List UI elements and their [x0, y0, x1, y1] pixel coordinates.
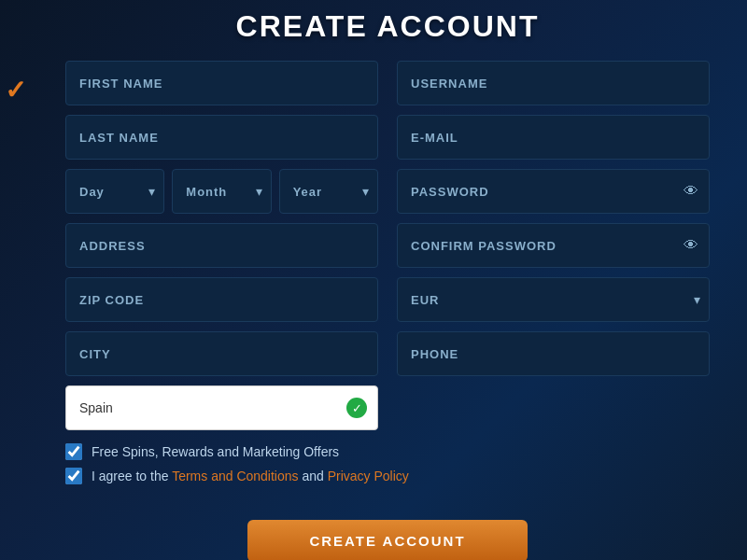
zip-code-field [65, 277, 378, 322]
email-field [397, 115, 710, 160]
password-input[interactable] [397, 169, 710, 214]
email-input[interactable] [397, 115, 710, 160]
terms-link[interactable]: Terms and Conditions [172, 469, 298, 483]
last-name-field [65, 115, 378, 160]
phone-field [397, 331, 710, 376]
marketing-checkbox[interactable] [65, 443, 82, 460]
dob-day-select[interactable]: Day 12345 678910 1112131415 1617181920 2… [65, 169, 164, 214]
dob-month-select[interactable]: Month JanuaryFebruaryMarch AprilMayJune … [172, 169, 271, 214]
address-field [65, 223, 378, 268]
country-check-icon: ✓ [346, 398, 367, 418]
currency-field: EUR USD GBP BTC [397, 277, 710, 322]
privacy-link[interactable]: Privacy Policy [328, 469, 409, 483]
terms-prefix-text: I agree to the [92, 469, 172, 483]
checkbox-section: Free Spins, Rewards and Marketing Offers… [65, 443, 710, 492]
terms-checkbox-row: I agree to the Terms and Conditions and … [65, 468, 710, 484]
submit-row: CREATE ACCOUNT [65, 509, 710, 560]
dob-year-wrapper: Year 2005200420032002 2001200019991998 1… [279, 169, 378, 214]
city-field [65, 331, 378, 376]
dob-row: Day 12345 678910 1112131415 1617181920 2… [65, 169, 378, 214]
country-field: ✓ [65, 385, 378, 430]
terms-checkbox[interactable] [65, 468, 82, 484]
city-input[interactable] [65, 331, 378, 376]
confirm-password-eye-icon[interactable]: 👁 [684, 237, 698, 254]
dob-year-select[interactable]: Year 2005200420032002 2001200019991998 1… [279, 169, 378, 214]
zip-code-input[interactable] [65, 277, 378, 322]
username-input[interactable] [397, 61, 710, 105]
currency-select[interactable]: EUR USD GBP BTC [397, 277, 710, 322]
first-name-input[interactable] [65, 61, 378, 105]
last-name-input[interactable] [65, 115, 378, 160]
terms-middle-text: and [299, 469, 328, 483]
registration-form: Day 12345 678910 1112131415 1617181920 2… [65, 61, 710, 560]
phone-input[interactable] [397, 331, 710, 376]
marketing-checkbox-row: Free Spins, Rewards and Marketing Offers [65, 443, 710, 460]
confirm-password-input[interactable] [397, 223, 710, 268]
country-input[interactable] [65, 385, 378, 430]
password-field: 👁 [397, 169, 710, 214]
address-input[interactable] [65, 223, 378, 268]
marketing-label: Free Spins, Rewards and Marketing Offers [92, 444, 339, 459]
dob-day-wrapper: Day 12345 678910 1112131415 1617181920 2… [65, 169, 164, 214]
create-account-button[interactable]: CREATE ACCOUNT [247, 520, 528, 560]
password-eye-icon[interactable]: 👁 [684, 183, 698, 200]
first-name-field [65, 61, 378, 105]
username-field [397, 61, 710, 105]
page-title: CREATE ACCOUNT [65, 9, 710, 44]
dob-month-wrapper: Month JanuaryFebruaryMarch AprilMayJune … [172, 169, 271, 214]
terms-label: I agree to the Terms and Conditions and … [92, 469, 409, 483]
confirm-password-field: 👁 [397, 223, 710, 268]
